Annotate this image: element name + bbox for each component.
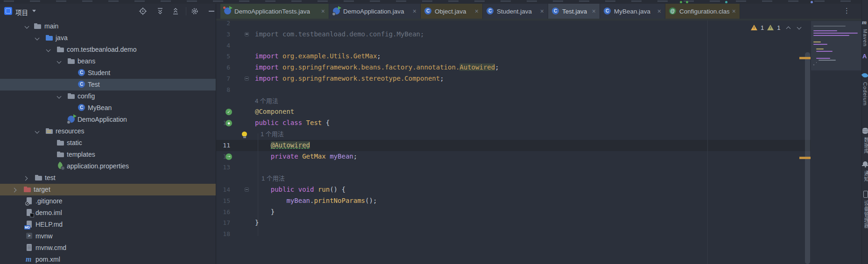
tab-demoapplication-java[interactable]: DemoApplication.java× [329, 4, 421, 19]
warning-stripe-mark[interactable] [799, 57, 811, 59]
tab-close-icon[interactable]: × [592, 8, 596, 14]
warning-stripe-mark[interactable] [799, 157, 811, 159]
stripe-button-通知[interactable]: 通知 [862, 160, 868, 182]
code-line-6[interactable]: import org.springframework.beans.factory… [255, 62, 499, 73]
code-line-16[interactable]: } [255, 207, 275, 218]
tree-item-beans[interactable]: beans [0, 56, 216, 67]
tab-close-icon[interactable]: × [732, 8, 736, 14]
tab-close-icon[interactable]: × [321, 8, 325, 14]
chevron-expanded-icon[interactable] [46, 48, 50, 52]
fold-region-icon[interactable] [245, 76, 249, 81]
window-edge-dash [762, 0, 772, 2]
previous-problem-icon[interactable] [786, 25, 791, 30]
tree-item-templates[interactable]: templates [0, 149, 216, 160]
tree-item-java[interactable]: java [0, 32, 216, 44]
toolbar-separator [186, 7, 186, 15]
usages-inlay-hint[interactable]: 1 个用法 [261, 129, 284, 140]
code-token: ; [377, 52, 381, 60]
code-line-11[interactable]: @Autowired [255, 140, 310, 151]
code-line-10[interactable]: public class Test { [255, 118, 330, 129]
tab-close-icon[interactable]: × [475, 8, 479, 14]
tree-item-static[interactable]: static [0, 137, 216, 149]
tab-object-java[interactable]: Object.java× [421, 4, 483, 19]
tree-item-demoapplication[interactable]: DemoApplication [0, 114, 216, 125]
tree-item-test[interactable]: test [0, 172, 216, 184]
collapse-all-icon[interactable] [171, 7, 180, 15]
window-edge-dash [239, 0, 249, 2]
code-line-17[interactable]: } [255, 217, 259, 229]
tree-item-help-md[interactable]: HELP.md [0, 219, 216, 230]
stripe-button-label: Maven [862, 29, 868, 47]
tree-item-config[interactable]: config [0, 90, 216, 102]
stripe-button-设备管理器[interactable]: 设备管理器 [862, 190, 868, 229]
code-line-15[interactable]: myBean.printNoParams(); [255, 195, 377, 207]
project-panel-title[interactable]: 项目 [15, 7, 28, 17]
tab-close-icon[interactable]: × [657, 8, 661, 14]
code-token: myBean [286, 197, 310, 204]
tree-item-mvnw[interactable]: mvnw [0, 230, 216, 242]
file-batch-icon [25, 243, 34, 252]
stripe-button-数据库[interactable]: 数据库 [862, 127, 868, 154]
minimap-line [813, 64, 814, 65]
chevron-expanded-icon[interactable] [25, 25, 29, 29]
code-token: import [255, 63, 282, 71]
fold-region-icon[interactable] [245, 188, 249, 192]
tab-overflow-menu-icon[interactable]: ⋮ [843, 7, 850, 15]
fold-region-icon[interactable] [245, 32, 249, 36]
intention-bulb-icon[interactable] [242, 132, 247, 137]
code-line-7[interactable]: import org.springframework.stereotype.Co… [255, 73, 444, 84]
code-line-9[interactable]: @Component [255, 106, 294, 118]
tree-item-resources[interactable]: resources [0, 125, 216, 137]
tree-item-student[interactable]: Student [0, 67, 216, 79]
tree-item-main[interactable]: main [0, 21, 216, 32]
stripe-button-maven[interactable]: Maven [862, 19, 868, 47]
chevron-expanded-icon[interactable] [57, 60, 61, 64]
tree-item--gitignore[interactable]: .gitignore [0, 195, 216, 207]
line-number: 4 [216, 40, 230, 51]
weak-warning-triangle-icon[interactable] [767, 25, 774, 30]
chevron-collapsed-icon[interactable] [13, 188, 17, 192]
tab-student-java[interactable]: Student.java× [483, 4, 548, 19]
code-token: import com.testbeanload.demo.config.MyBe… [255, 30, 424, 38]
tree-item-pom-xml[interactable]: pom.xml [0, 254, 216, 264]
chevron-collapsed-icon[interactable] [24, 176, 28, 181]
bean-check-icon[interactable] [226, 109, 232, 115]
code-line-5[interactable]: import org.example.Utils.GetMax; [255, 51, 381, 62]
tree-item-target[interactable]: target [0, 184, 216, 195]
tab-close-icon[interactable]: × [540, 8, 544, 14]
chevron-expanded-icon[interactable] [57, 95, 61, 99]
stripe-button-ai-icon[interactable] [862, 52, 868, 61]
tab-demoapplicationtests-java[interactable]: DemoApplicationTests.java× [220, 4, 329, 19]
tree-item-test[interactable]: Test [0, 79, 216, 90]
chevron-expanded-icon[interactable] [35, 36, 39, 41]
next-problem-icon[interactable] [797, 25, 802, 30]
bean-gear-icon[interactable] [226, 120, 232, 126]
tree-item-application-properties[interactable]: application.properties [0, 160, 216, 172]
hide-panel-icon[interactable] [207, 7, 216, 15]
usages-inlay-hint[interactable]: 1 个用法 [261, 173, 285, 184]
code-minimap[interactable] [811, 21, 861, 70]
stripe-button-codeium[interactable]: Codeium [862, 72, 868, 106]
line-number: 13 [216, 162, 230, 173]
chevron-expanded-icon[interactable] [35, 130, 39, 134]
usages-inlay-hint[interactable]: 4 个用法 [255, 96, 278, 107]
tab-close-icon[interactable]: × [413, 8, 416, 14]
code-line-14[interactable]: public void run() { [255, 184, 346, 195]
inspections-widget[interactable]: 11 [751, 23, 802, 32]
code-line-12[interactable]: private GetMax myBean; [255, 151, 357, 162]
tree-item-mybean[interactable]: MyBean [0, 102, 216, 114]
tree-item-mvnw-cmd[interactable]: mvnw.cmd [0, 242, 216, 254]
tree-item-com-testbeanload-demo[interactable]: com.testbeanload.demo [0, 44, 216, 56]
locate-file-icon[interactable] [139, 7, 147, 15]
expand-all-icon[interactable] [156, 7, 164, 15]
tab-mybean-java[interactable]: MyBean.java× [600, 4, 665, 19]
chevron-down-icon[interactable] [32, 10, 36, 12]
tree-item-demo-iml[interactable]: demo.iml [0, 207, 216, 219]
code-line-3[interactable]: import com.testbeanload.demo.config.MyBe… [255, 29, 424, 40]
code-editor[interactable]: 23import com.testbeanload.demo.config.My… [216, 21, 861, 264]
tab-configuration-class[interactable]: Configuration.class× [665, 4, 740, 19]
warning-triangle-icon[interactable] [751, 25, 757, 30]
bean-arrow-icon[interactable] [226, 153, 232, 160]
settings-gear-icon[interactable] [191, 7, 199, 15]
tab-test-java[interactable]: Test.java× [548, 4, 600, 19]
